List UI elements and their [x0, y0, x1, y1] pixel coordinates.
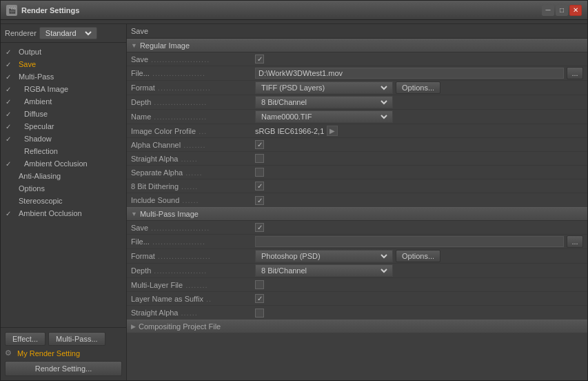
minimize-button[interactable]: ─ [542, 5, 554, 16]
regular-dithering-label: 8 Bit Dithering ...... [131, 182, 255, 190]
mp-format-select[interactable]: Photoshop (PSD) TIFF EXR JPEG [258, 251, 389, 261]
render-setting-button[interactable]: Render Setting... [5, 361, 122, 376]
multi-pass-image-label: Multi-Pass Image [140, 210, 199, 218]
mp-depth-value: 8 Bit/Channel 16 Bit/Channel 32 Bit/Chan… [255, 264, 583, 277]
mp-save-check[interactable]: ✓ [255, 223, 264, 232]
mp-layername-check[interactable]: ✓ [255, 294, 264, 303]
right-panel: Save ▼ Regular Image Save ..............… [127, 24, 587, 380]
regular-depth-label: Depth ................... [131, 98, 255, 106]
tree-item-specular[interactable]: ✓ Specular [1, 120, 126, 133]
right-scroll-area[interactable]: ▼ Regular Image Save ...................… [127, 39, 587, 380]
close-button[interactable]: ✕ [569, 5, 582, 16]
label-antialiasing: Anti-Aliasing [19, 172, 126, 180]
regular-file-label-text: File... [131, 69, 150, 77]
mp-depth-select[interactable]: 8 Bit/Channel 16 Bit/Channel 32 Bit/Chan… [258, 266, 389, 275]
regular-format-select[interactable]: TIFF (PSD Layers) JPEG PNG EXR [258, 83, 389, 92]
regular-depth-dots: ................... [152, 98, 255, 106]
tree-item-save[interactable]: ✓ Save [1, 58, 126, 70]
regular-sound-value: ✓ [255, 196, 583, 205]
tree-item-multipass[interactable]: ✓ Multi-Pass [1, 70, 126, 83]
regular-image-title[interactable]: ▼ Regular Image [127, 39, 587, 52]
regular-name-label: Name ................... [131, 113, 255, 121]
check-ao2: ✓ [3, 208, 13, 218]
maximize-button[interactable]: □ [556, 5, 568, 16]
mp-file-input[interactable] [255, 236, 564, 247]
mp-straight-alpha-label: Straight Alpha ...... [131, 309, 255, 317]
regular-alpha-label-text: Alpha Channel [131, 141, 181, 149]
tree-item-ao[interactable]: ✓ Ambient Occlusion [1, 157, 126, 170]
label-rgba: RGBA Image [24, 85, 126, 93]
regular-save-dots: ..................... [150, 55, 255, 63]
mp-multilayer-label-text: Multi-Layer File [131, 281, 183, 289]
regular-image-section: ▼ Regular Image Save ...................… [127, 39, 587, 207]
label-options: Options [19, 184, 126, 193]
section-header: Save [127, 24, 587, 39]
tree-item-rgba[interactable]: ✓ RGBA Image [1, 83, 126, 95]
mp-multilayer-check[interactable] [255, 280, 264, 289]
regular-straight-alpha-label: Straight Alpha ...... [131, 155, 255, 163]
regular-alpha-check[interactable]: ✓ [255, 140, 264, 149]
tree-item-output[interactable]: ✓ Output [1, 46, 126, 58]
label-save: Save [19, 60, 126, 68]
check-output: ✓ [3, 47, 13, 57]
regular-depth-value: 8 Bit/Channel 16 Bit/Channel 32 Bit/Chan… [255, 96, 583, 108]
regular-format-label: Format ................... [131, 84, 255, 92]
mp-straight-alpha-check[interactable] [255, 309, 264, 318]
regular-name-dots: ................... [152, 113, 255, 121]
regular-profile-arrow[interactable]: ▶ [327, 126, 338, 136]
regular-save-check[interactable]: ✓ [255, 55, 264, 63]
regular-format-options[interactable]: Options... [396, 81, 440, 94]
regular-name-select[interactable]: Name0000.TIF [258, 112, 389, 121]
renderer-label: Renderer [5, 29, 37, 37]
render-setting-link[interactable]: My Render Setting [17, 349, 80, 358]
mp-file-browse[interactable]: ... [567, 235, 583, 248]
label-ambient: Ambient [24, 97, 126, 106]
window-icon: 🎬 [6, 5, 17, 16]
tree-item-diffuse[interactable]: ✓ Diffuse [1, 108, 126, 120]
regular-sound-check[interactable]: ✓ [255, 196, 264, 205]
regular-depth-row: Depth ................... 8 Bit/Channel … [127, 95, 587, 110]
mp-save-label: Save ..................... [131, 224, 255, 232]
tree-item-antialiasing[interactable]: ✓ Anti-Aliasing [1, 170, 126, 182]
regular-file-input[interactable] [255, 68, 564, 79]
compositing-section[interactable]: ▶ Compositing Project File [127, 320, 587, 333]
renderer-select[interactable]: Standard Physical ProRender [43, 28, 94, 38]
check-reflection [3, 146, 13, 156]
regular-straight-alpha-value [255, 154, 583, 163]
window-title: Render Settings [21, 6, 542, 14]
multi-pass-image-title[interactable]: ▼ Multi-Pass Image [127, 207, 587, 221]
regular-depth-dropdown[interactable]: 8 Bit/Channel 16 Bit/Channel 32 Bit/Chan… [255, 96, 393, 108]
regular-separate-alpha-dots: ...... [184, 168, 255, 177]
regular-separate-alpha-check[interactable] [255, 168, 264, 177]
regular-format-dots: ................... [156, 84, 255, 92]
regular-depth-select[interactable]: 8 Bit/Channel 16 Bit/Channel 32 Bit/Chan… [258, 97, 389, 107]
multi-pass-image-section: ▼ Multi-Pass Image Save ................… [127, 207, 587, 320]
multi-pass-button[interactable]: Multi-Pass... [48, 332, 105, 346]
effect-button[interactable]: Effect... [5, 332, 45, 346]
regular-name-dropdown[interactable]: Name0000.TIF [255, 110, 393, 123]
regular-dithering-check[interactable]: ✓ [255, 182, 264, 190]
regular-depth-label-text: Depth [131, 98, 151, 106]
regular-name-value: Name0000.TIF [255, 110, 583, 123]
tree-item-shadow[interactable]: ✓ Shadow [1, 133, 126, 145]
mp-depth-dropdown[interactable]: 8 Bit/Channel 16 Bit/Channel 32 Bit/Chan… [255, 264, 393, 277]
regular-dithering-value: ✓ [255, 182, 583, 190]
regular-format-dropdown[interactable]: TIFF (PSD Layers) JPEG PNG EXR [255, 81, 393, 94]
mp-format-dropdown[interactable]: Photoshop (PSD) TIFF EXR JPEG [255, 250, 393, 262]
regular-separate-alpha-row: Separate Alpha ...... [127, 166, 587, 179]
regular-dithering-dots: ...... [180, 182, 255, 190]
tree-item-ao2[interactable]: ✓ Ambient Occlusion [1, 207, 126, 219]
tree-item-reflection[interactable]: Reflection [1, 145, 126, 157]
tree-item-stereoscopic[interactable]: ✓ Stereoscopic [1, 195, 126, 207]
regular-image-label: Regular Image [140, 41, 190, 50]
mp-depth-label: Depth ................... [131, 266, 255, 275]
tree-item-ambient[interactable]: ✓ Ambient [1, 95, 126, 108]
regular-straight-alpha-check[interactable] [255, 154, 264, 163]
mp-depth-dots: ................... [152, 266, 255, 275]
mp-format-options[interactable]: Options... [396, 250, 440, 262]
mp-layername-value: ✓ [255, 294, 583, 303]
tree-item-options[interactable]: ✓ Options [1, 182, 126, 195]
regular-file-browse[interactable]: ... [567, 67, 583, 79]
regular-profile-value: sRGB IEC61966-2,1 ▶ [255, 126, 583, 136]
renderer-dropdown[interactable]: Standard Physical ProRender [39, 27, 97, 39]
